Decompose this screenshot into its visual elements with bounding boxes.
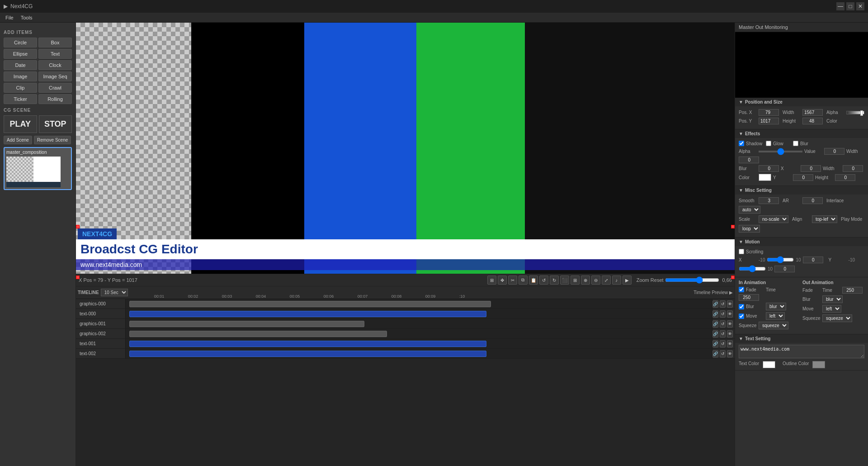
out-squeeze-select[interactable]: squeeze	[822, 314, 852, 322]
tool-redo-icon[interactable]: ↻	[550, 276, 559, 285]
tool-align-icon[interactable]: ⬛	[560, 276, 569, 285]
track-link-btn-text-000[interactable]: 🔗	[712, 310, 718, 318]
remove-scene-button[interactable]: Remove Scene	[34, 136, 71, 144]
motion-y-input[interactable]	[774, 266, 795, 272]
glow-checkbox[interactable]	[766, 141, 771, 146]
text-content-input[interactable]: www.next4media.com	[739, 345, 864, 358]
rolling-button[interactable]: Rolling	[38, 94, 72, 104]
interlace-select[interactable]: auto	[739, 206, 760, 214]
play-mode-select[interactable]: loop	[739, 225, 760, 233]
track-refresh-btn-graphics-001[interactable]: ↺	[720, 320, 726, 328]
alpha-slider[interactable]	[846, 111, 864, 114]
smooth-input[interactable]	[759, 197, 779, 204]
out-move-select[interactable]: left	[822, 305, 841, 313]
play-button[interactable]: PLAY	[4, 115, 37, 133]
sel-handle-bl[interactable]	[76, 276, 80, 279]
width2-input[interactable]	[843, 165, 863, 172]
in-move-select[interactable]: left	[766, 312, 785, 320]
track-refresh-btn-text-001[interactable]: ↺	[720, 340, 726, 347]
motion-header[interactable]: ▼ Motion	[735, 238, 868, 246]
outline-color-swatch[interactable]	[812, 361, 825, 368]
menu-tools[interactable]: Tools	[17, 14, 36, 21]
timeline-preview-button[interactable]: Timeline Preview ▶	[693, 290, 733, 295]
track-text-000[interactable]	[126, 309, 712, 319]
track-link-btn-text-001[interactable]: 🔗	[712, 340, 718, 347]
align-select[interactable]: top-lef	[812, 215, 837, 223]
in-move-checkbox[interactable]	[739, 314, 744, 319]
track-graphics-000[interactable]	[126, 299, 712, 309]
sel-handle-tl[interactable]	[76, 225, 80, 228]
ticker-button[interactable]: Ticker	[4, 94, 37, 104]
clip-graphics-000[interactable]	[129, 301, 491, 307]
in-squeeze-select[interactable]: squeeze	[759, 322, 788, 329]
in-fade-checkbox[interactable]	[739, 287, 744, 292]
maximize-button[interactable]: □	[846, 2, 854, 10]
track-link-btn-graphics-002[interactable]: 🔗	[712, 330, 718, 338]
clip-graphics-002[interactable]	[129, 331, 387, 337]
track-refresh-btn-text-002[interactable]: ↺	[720, 350, 726, 357]
track-graphics-002[interactable]	[126, 329, 712, 338]
track-text-001[interactable]	[126, 339, 712, 348]
close-button[interactable]: ✕	[856, 2, 864, 10]
track-graphics-001[interactable]	[126, 319, 712, 328]
text-setting-header[interactable]: ▼ Text Setting	[735, 334, 868, 343]
effects-header[interactable]: ▼ Effects	[735, 129, 868, 138]
clip-text-001[interactable]	[129, 341, 486, 347]
track-refresh-btn-graphics-000[interactable]: ↺	[720, 300, 726, 308]
out-blur-select[interactable]: blur	[822, 295, 843, 303]
y-input[interactable]	[793, 174, 813, 181]
tool-fit-icon[interactable]: ⤢	[602, 276, 611, 285]
track-text-002[interactable]	[126, 349, 712, 358]
circle-button[interactable]: Circle	[4, 38, 37, 48]
out-time-input[interactable]	[842, 287, 863, 294]
track-link-btn-graphics-000[interactable]: 🔗	[712, 300, 718, 308]
blur-input[interactable]	[759, 165, 779, 172]
position-size-header[interactable]: ▼ Position and Size	[735, 98, 868, 106]
motion-y-slider[interactable]	[739, 265, 766, 272]
misc-header[interactable]: ▼ Misc Setting	[735, 186, 868, 195]
scale-select[interactable]: no-scale	[759, 215, 788, 223]
tool-zoom-out-icon[interactable]: ⊖	[591, 276, 600, 285]
tool-paste-icon[interactable]: 📋	[529, 276, 538, 285]
image-button[interactable]: Image	[4, 71, 37, 81]
tool-select-icon[interactable]: ⊞	[487, 276, 496, 285]
ar-input[interactable]	[802, 197, 823, 204]
pos-y-input[interactable]	[759, 118, 779, 124]
tool-video-icon[interactable]: ▶	[623, 276, 632, 285]
motion-x-slider[interactable]	[767, 256, 794, 263]
tool-move-icon[interactable]: ✥	[498, 276, 507, 285]
track-eye-btn-graphics-002[interactable]: 👁	[727, 330, 733, 338]
stop-button[interactable]: STOP	[39, 115, 72, 133]
ellipse-button[interactable]: Ellipse	[4, 49, 37, 59]
track-link-btn-graphics-001[interactable]: 🔗	[712, 320, 718, 328]
value-input[interactable]	[824, 148, 844, 155]
scene-card[interactable]: master_composition	[4, 147, 72, 190]
tool-copy-icon[interactable]: ⧉	[519, 276, 528, 285]
in-blur-checkbox[interactable]	[739, 304, 744, 309]
in-time-input[interactable]	[739, 294, 759, 301]
track-link-btn-text-002[interactable]: 🔗	[712, 350, 718, 357]
tool-audio-icon[interactable]: ♪	[612, 276, 621, 285]
crawl-button[interactable]: Crawl	[38, 83, 72, 93]
x-input[interactable]	[801, 165, 821, 172]
height-eff-input[interactable]	[835, 174, 855, 181]
effects-color-swatch[interactable]	[759, 174, 771, 181]
image-seq-button[interactable]: Image Seq	[38, 71, 72, 81]
add-scene-button[interactable]: Add Scene	[4, 136, 32, 144]
text-button[interactable]: Text	[38, 49, 72, 59]
in-blur-select[interactable]: blur	[766, 303, 786, 310]
track-refresh-btn-text-000[interactable]: ↺	[720, 310, 726, 318]
blur-checkbox[interactable]	[793, 141, 798, 146]
effects-alpha-slider[interactable]	[759, 151, 802, 152]
clip-text-000[interactable]	[129, 311, 486, 317]
tool-grid-icon[interactable]: ⊞	[571, 276, 580, 285]
tool-undo-icon[interactable]: ↺	[539, 276, 548, 285]
text-color-swatch[interactable]	[763, 361, 775, 368]
track-eye-btn-graphics-001[interactable]: 👁	[727, 320, 733, 328]
pos-x-input[interactable]	[759, 109, 779, 116]
clip-graphics-001[interactable]	[129, 321, 364, 327]
tool-zoom-in-icon[interactable]: ⊕	[581, 276, 590, 285]
sel-handle-tr[interactable]	[731, 225, 735, 228]
timeline-duration-select[interactable]: 10 Sec 20 Sec 30 Sec	[101, 289, 128, 296]
track-eye-btn-graphics-000[interactable]: 👁	[727, 300, 733, 308]
